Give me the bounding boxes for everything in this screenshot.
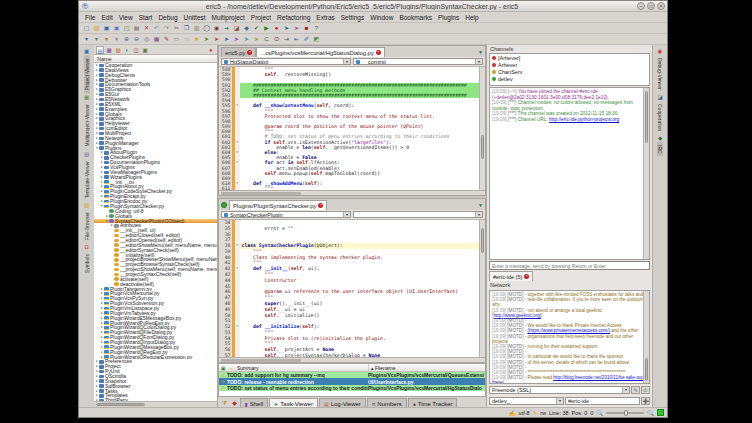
preview-icon[interactable]: ▦ <box>152 35 161 44</box>
chevron-down-icon[interactable]: ▼ <box>556 398 563 404</box>
bookmark-clear-icon[interactable]: ▾ <box>112 35 121 44</box>
sources-tab[interactable]: ▤ <box>96 46 104 54</box>
scrollbar-handle[interactable] <box>645 358 648 381</box>
irc-user[interactable]: detlev <box>490 75 649 82</box>
tab-nav-icon[interactable] <box>221 202 227 208</box>
menu-item-debug[interactable]: Debug <box>155 14 180 21</box>
connect-icon[interactable]: ⏻ <box>641 386 650 394</box>
sidebar-tab-multiproject-viewer[interactable]: Multiproject-Viewer <box>84 101 90 149</box>
close-icon[interactable]: ✕ <box>142 24 151 33</box>
prev-uncovered-icon[interactable]: ➤ <box>252 35 261 44</box>
menu-item-unittest[interactable]: Unittest <box>181 14 209 21</box>
prev-task-icon[interactable]: ➤ <box>232 35 241 44</box>
goto-icon[interactable]: ➔ <box>222 24 231 33</box>
zoom-in-icon[interactable]: 🔍 <box>647 410 654 416</box>
stop-icon[interactable]: ■ <box>302 24 311 33</box>
editor-bottom-hscrollbar[interactable] <box>219 357 485 362</box>
menu-item-help[interactable]: Help <box>462 14 481 21</box>
check-icon[interactable]: ✔ <box>252 24 261 33</box>
unittest-icon[interactable]: ◪ <box>232 24 241 33</box>
save-all-icon[interactable]: ▣ <box>112 24 121 33</box>
channel-name-field[interactable]: #eric-ide <box>565 397 640 405</box>
unindent-icon[interactable]: ⇤ <box>292 35 301 44</box>
channel-messages-scrollbar[interactable] <box>643 88 649 259</box>
chevron-down-icon[interactable]: ▼ <box>343 59 350 64</box>
bookmark-icon[interactable]: ▾ <box>82 35 91 44</box>
menu-item-settings[interactable]: Settings <box>338 14 368 21</box>
chevron-down-icon[interactable]: ▼ <box>475 59 482 64</box>
server-combo[interactable]: Freenode (SSL) ▼ <box>489 386 630 394</box>
minimize-button[interactable]: – <box>637 2 645 10</box>
redo-icon[interactable]: ↷ <box>162 24 171 33</box>
channel-tab-eric-ide[interactable]: #eric-ide (5) × <box>489 271 533 281</box>
scrollbar-handle[interactable] <box>645 91 648 142</box>
task-scope-icon[interactable]: ▣ <box>219 364 227 372</box>
column-header-summary[interactable]: Summary <box>235 364 368 372</box>
sidebar-tab-irc[interactable]: IRC <box>657 142 663 157</box>
scrollbar-handle[interactable] <box>96 403 145 406</box>
menu-item-file[interactable]: File <box>82 14 98 21</box>
join-channel-icon[interactable]: ➕ <box>641 397 650 405</box>
macro-icon[interactable]: ◩ <box>312 35 321 44</box>
zoom-in-icon[interactable]: ⊕ <box>122 35 131 44</box>
zoom-reset-icon[interactable]: ◎ <box>142 35 151 44</box>
project-viewer-menu-icon[interactable]: ● <box>207 46 215 54</box>
paste-icon[interactable]: ▥ <box>192 24 201 33</box>
nick-combo[interactable]: detlev_ ▼ <box>489 397 564 405</box>
sidebar-tab-template-viewer[interactable]: Template-Viewer <box>84 158 90 201</box>
indent-icon[interactable]: ⇥ <box>282 35 291 44</box>
irc-user[interactable]: ChanServ <box>490 68 649 75</box>
scrollbar-handle[interactable] <box>221 359 301 362</box>
profile-icon[interactable]: ◆ <box>242 24 251 33</box>
add-task-icon[interactable]: ＋ <box>227 364 235 372</box>
tab-list-icon[interactable]: ▼ <box>476 201 485 210</box>
irc-user[interactable]: [Arhever] <box>490 54 649 61</box>
translations-tab[interactable]: ◐ <box>123 46 131 54</box>
forward-icon[interactable]: ➤ <box>282 24 291 33</box>
sidebar-tab-cooperation[interactable]: Cooperation <box>657 101 663 134</box>
run-icon[interactable]: ▶ <box>262 24 271 33</box>
menu-item-project[interactable]: Project <box>248 14 274 21</box>
task-row[interactable]: ⚠TODO: release - reenable redirectionUI/… <box>219 378 485 384</box>
irc-user[interactable]: Arhever <box>490 61 649 68</box>
tree-horizontal-scrollbar[interactable] <box>94 401 217 407</box>
scrollbar-handle[interactable] <box>221 192 301 195</box>
editor-tab-plugins-pluginsyntaxchecker-py[interactable]: Plugins/PluginSyntaxChecker.py× <box>229 200 327 210</box>
editor-bottom-vscrollbar[interactable] <box>479 220 485 357</box>
calltip-icon[interactable]: ▭ <box>182 35 191 44</box>
search-icon[interactable]: ◯ <box>202 24 211 33</box>
menu-item-extras[interactable]: Extras <box>313 14 337 21</box>
prev-change-icon[interactable]: ➤ <box>212 35 221 44</box>
edit-network-icon[interactable]: ✎ <box>631 386 640 394</box>
new-icon[interactable]: ▢ <box>82 24 91 33</box>
chevron-down-icon[interactable]: ▼ <box>475 212 482 217</box>
spell-icon[interactable]: ✎ <box>162 35 171 44</box>
sidebar-tab-debug-viewer[interactable]: Debug-Viewer <box>657 55 663 93</box>
irc-message-input[interactable] <box>489 261 650 270</box>
scrollbar-handle[interactable] <box>481 228 484 253</box>
menu-item-multiproject[interactable]: Multiproject <box>209 14 248 21</box>
next-change-icon[interactable]: ➤ <box>202 35 211 44</box>
chevron-down-icon[interactable]: ▼ <box>622 387 629 393</box>
scrollbar-handle[interactable] <box>481 135 484 160</box>
undo-icon[interactable]: ↶ <box>152 24 161 33</box>
task-row[interactable]: ⚠TODO: set status of menu entries accord… <box>219 385 485 391</box>
sidebar-tab-project-viewer[interactable]: Project-Viewer <box>84 55 90 93</box>
close-icon[interactable]: × <box>376 50 381 55</box>
editor-top-code[interactable]: 588 """589 self.__restoreMissing()590591… <box>219 67 485 190</box>
debug-icon[interactable]: ● <box>272 24 281 33</box>
replace-icon[interactable]: ◉ <box>212 24 221 33</box>
editor-tab-csplugins-vcsmercurial-hgstatusdialog-py[interactable]: ...csPlugins/vcsMercurial/HgStatusDialog… <box>256 47 384 57</box>
bookmark-next-icon[interactable]: ▾ <box>92 35 101 44</box>
menu-item-start[interactable]: Start <box>136 14 156 21</box>
close-icon[interactable]: × <box>524 274 529 279</box>
open-project-icon[interactable]: ◳ <box>122 24 131 33</box>
autocomplete-icon[interactable]: ▭ <box>172 35 181 44</box>
bookmark-prev-icon[interactable]: ▾ <box>102 35 111 44</box>
tab-list-icon[interactable]: ▼ <box>476 48 485 57</box>
close-icon[interactable]: × <box>318 203 323 208</box>
editor-top-hscrollbar[interactable] <box>219 190 485 195</box>
maximize-button[interactable]: □ <box>647 2 655 10</box>
task-row[interactable]: ⚠TODO: add support for hg summary --mqPl… <box>219 372 485 378</box>
forms-tab[interactable]: ▦ <box>105 46 113 54</box>
